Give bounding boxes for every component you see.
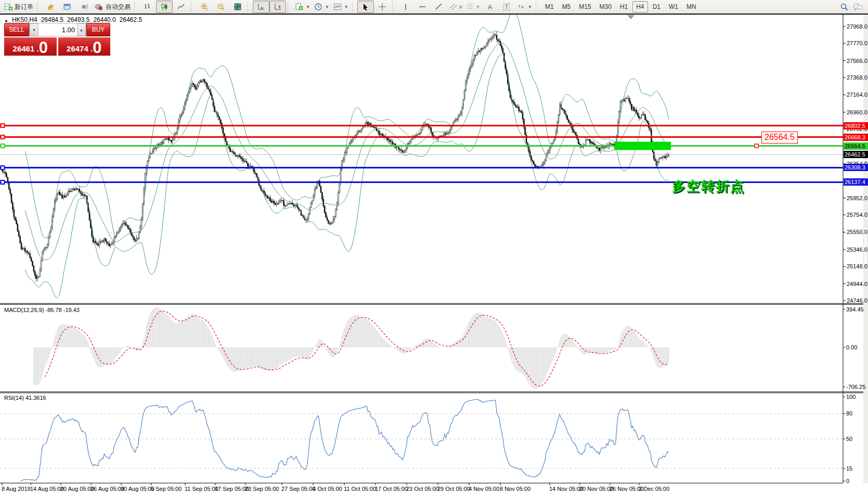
sell-price[interactable]: 26461 .0 [4,37,57,56]
y-tick-label: 25346.0 [847,246,867,253]
price-callout-label: 26564.5 [761,132,798,144]
mt4-window: 新订单 自动交易 [0,0,868,494]
x-tick-label: 8 Aug 2019 [2,486,31,492]
x-tick-label: 20 Nov 05:00 [579,486,613,492]
chart-title: ▲ HK50,H4 26484.5 26493.5 26440.0 26462.… [4,16,142,23]
x-tick-label: 5 Sep 05:00 [151,486,182,492]
price-badge: 26308.3 [844,164,868,171]
x-tick-label: 4 Oct 05:00 [313,486,342,492]
macd-pane [34,307,669,389]
rsi-axis-label: 0 [846,478,849,484]
x-tick-label: 11 Sep 05:00 [185,486,218,492]
y-tick-label: 26960.0 [847,109,867,115]
buy-price[interactable]: 26474 .0 [58,37,111,56]
y-tick-label: 25550.0 [847,229,867,235]
hline-26668.3[interactable] [0,136,843,138]
hline-26802.5[interactable] [0,125,843,126]
ohlc-open: 26484.5 [41,16,63,23]
macd-axis-label: -706.25 [846,384,865,390]
ohlc-close: 26462.5 [120,16,142,23]
volume-increase-button[interactable]: ▲ [77,23,86,36]
x-tick-label: 20 Aug 05:00 [60,486,94,492]
y-tick-label: 27368.0 [847,74,867,81]
x-tick-label: 2 Dec 05:00 [639,486,669,492]
macd-axis-label: 394.45 [846,306,864,313]
y-tick-label: 27164.0 [847,92,867,98]
collapse-panel-icon[interactable]: ▲ [4,18,8,23]
rsi-axis-label: 80 [846,410,852,417]
buy-price-big-digit: 0 [93,41,101,55]
macd-axis-label: 0.00 [846,344,857,350]
hline-anchor[interactable] [1,180,5,184]
bollinger-lower[interactable] [25,54,669,298]
rsi-axis-label: 100 [846,394,856,400]
hline-26564.5[interactable] [0,145,843,147]
y-tick-label: 24746.0 [847,297,867,304]
y-tick-label: 27968.0 [847,23,867,30]
hline-anchor[interactable] [1,124,5,127]
x-tick-label: 11 Oct 05:00 [344,486,376,492]
buy-price-main: 26474 . [67,43,93,55]
x-tick-label: 17 Oct 05:00 [375,486,408,492]
macd-label: MACD(12,26,9) -86.78 -19.43 [4,307,80,313]
sell-price-big-digit: 0 [39,41,48,55]
y-tick-label: 25754.0 [847,212,867,218]
rsi-pane [20,399,669,481]
sell-price-main: 26461 . [13,43,39,55]
y-tick-label: 24944.0 [847,281,867,287]
y-tick-label: 27770.0 [847,40,867,46]
x-tick-label: 29 Oct 05:00 [437,486,470,492]
hline-26308.3[interactable] [0,167,843,168]
x-tick-label: 14 Aug 05:00 [30,486,64,492]
hline-anchor[interactable] [1,144,5,148]
one-click-trading-panel: SELL ▼ ▲ BUY 26461 .0 26474 .0 [4,23,110,56]
buy-button[interactable]: BUY [86,23,110,36]
volume-input[interactable] [38,23,77,36]
x-tick-label: 23 Oct 05:00 [406,486,439,492]
rsi-label: RSI(14) 41.3616 [4,395,46,401]
y-tick-label: 25952.0 [847,195,867,201]
volume-spinner: ▼ ▲ [29,23,86,36]
sell-button[interactable]: SELL [4,23,29,36]
x-tick-label: 27 Sep 05:00 [281,486,315,492]
x-tick-label: 26 Aug 05:00 [90,486,124,492]
ohlc-high: 26493.5 [67,16,89,23]
volume-decrease-button[interactable]: ▼ [30,23,38,36]
hline-anchor[interactable] [1,135,5,139]
rsi-axis-label: 15 [846,465,852,472]
price-badge: 26564.5 [844,142,868,150]
macd-histogram [34,307,669,389]
price-badge: 26137.4 [844,178,868,186]
price-badge: 26462.5 [844,151,868,158]
hline-anchor[interactable] [1,166,5,170]
ohlc-low: 26440.0 [93,16,115,23]
y-tick-label: 25148.0 [847,263,867,269]
price-badge: 26668.3 [844,134,868,141]
x-tick-label: 17 Sep 05:00 [215,486,249,492]
symbol-period-label: HK50,H4 [12,16,37,23]
chart-shift-marker[interactable] [627,15,634,19]
x-tick-label: 14 Nov 05:00 [549,486,583,492]
x-tick-label: 23 Sep 05:00 [245,486,279,492]
chart-canvas[interactable] [0,0,868,494]
y-tick-label: 27566.0 [847,58,867,64]
rsi-line [20,399,669,481]
rsi-axis-label: 50 [846,436,852,442]
callout-anchor[interactable] [755,144,758,148]
x-tick-label: 30 Aug 05:00 [121,486,154,492]
chart-annotation-text: 多空转折点 [672,177,745,196]
x-tick-label: 8 Nov 05:00 [500,486,530,492]
candle-wicks [2,32,669,281]
x-tick-label: 4 Nov 05:00 [469,486,499,492]
price-badge: 26802.5 [844,122,868,129]
highlight-rectangle[interactable] [615,142,671,150]
